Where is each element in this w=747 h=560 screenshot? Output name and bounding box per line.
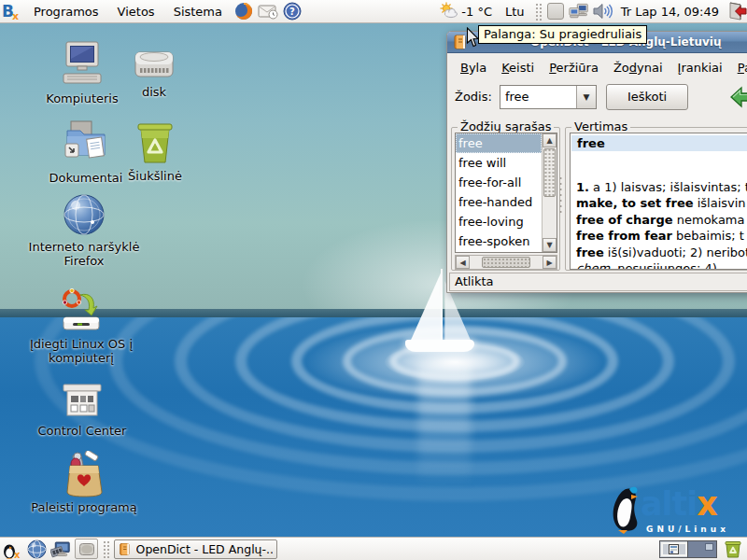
- menu-vietos[interactable]: Vietos: [108, 0, 164, 23]
- wordlist-item[interactable]: free-spoken: [456, 231, 542, 251]
- desktop-icon-siuksline[interactable]: Šiukšlinė: [90, 119, 220, 183]
- menu-programos[interactable]: Programos: [24, 0, 108, 23]
- taskbar-button-label: OpenDict - LED Anglų-...: [136, 542, 273, 556]
- wordlist-vertical-scrollbar[interactable]: ▲ ▼: [542, 133, 557, 252]
- menu-perziura[interactable]: Peržiūra: [542, 56, 606, 79]
- scroll-down-icon[interactable]: ▼: [543, 238, 557, 252]
- menu-byla[interactable]: Byla: [453, 56, 494, 79]
- scroll-right-icon[interactable]: ▶: [543, 256, 557, 269]
- desktop-icon-firefox[interactable]: Interneto naršyklė Firefox: [19, 192, 149, 268]
- scrollbar-thumb[interactable]: [482, 257, 530, 268]
- word-input[interactable]: free: [500, 86, 576, 108]
- svg-text:x: x: [12, 10, 19, 21]
- volume-icon[interactable]: [593, 1, 613, 21]
- wordlist-item[interactable]: free will: [456, 153, 542, 173]
- globe-icon: [19, 192, 149, 237]
- baltix-logo-icon[interactable]: x: [2, 539, 22, 559]
- workspace-1[interactable]: [660, 541, 688, 557]
- taskbar-opendict-button[interactable]: OpenDict - LED Anglų-...: [114, 539, 277, 559]
- bottom-panel: x: [0, 537, 747, 560]
- green-back-arrow-icon[interactable]: [730, 85, 747, 112]
- watermark-subtitle: GNU/Linux: [646, 525, 729, 534]
- desktop-icon-label: disk: [89, 85, 219, 99]
- window-statusbar: Atlikta: [449, 273, 747, 291]
- temperature-text: -1 °C: [461, 5, 498, 19]
- translation-line: free of charge nemokama: [576, 212, 747, 228]
- help-icon[interactable]: ?: [282, 1, 303, 21]
- control-center-icon: [17, 384, 148, 421]
- workspace-switcher: [659, 540, 717, 558]
- translation-group-title: Vertimas: [571, 119, 630, 133]
- wordlist-group: Žodžių sąrašas freefree willfree-for-all…: [451, 127, 560, 271]
- trash-applet-icon[interactable]: [723, 539, 743, 559]
- top-panel: B x Programos Vietos Sistema: [0, 0, 747, 23]
- watermark-brand: altix: [641, 485, 717, 523]
- translation-line: free iš(si)vaduoti; 2) neribot: [576, 245, 747, 260]
- menu-irankiai[interactable]: Įrankiai: [670, 56, 730, 79]
- search-label: Žodis:: [455, 90, 492, 104]
- weather-tooltip: Palanga: Su pragiedruliais: [478, 25, 647, 44]
- menu-zodynai[interactable]: Žodynai: [606, 56, 670, 79]
- wordlist-item[interactable]: free-loving: [456, 212, 542, 231]
- globe-icon[interactable]: [26, 539, 47, 559]
- search-row: Žodis: free ▼ Ieškoti: [447, 81, 747, 112]
- menu-sistema[interactable]: Sistema: [164, 0, 232, 23]
- sun-cloud-icon[interactable]: [439, 1, 459, 21]
- desktop-icon-label: Interneto naršyklė Firefox: [19, 240, 149, 268]
- wordlist-item[interactable]: free-for-all: [456, 173, 542, 192]
- workspace-2[interactable]: [688, 541, 716, 557]
- wordlist-horizontal-scrollbar[interactable]: ◀ ▶: [455, 255, 557, 270]
- translation-group: Vertimas free 1. a 1) laisvas; išlaisvin…: [565, 127, 747, 271]
- multimedia-icon[interactable]: [50, 539, 71, 559]
- mouse-cursor: [466, 27, 480, 50]
- trash-icon: [90, 119, 220, 166]
- wordlist-group-title: Žodžių sąrašas: [458, 119, 554, 133]
- scrollbar-thumb[interactable]: [543, 148, 556, 197]
- wordlist: freefree willfree-for-allfree-handedfree…: [455, 133, 557, 253]
- desktop-screen: altix GNU/Linux Kompiuteris: [0, 0, 747, 560]
- disk-icon: [89, 45, 219, 82]
- clock[interactable]: Tr Lap 14, 09:49: [615, 5, 725, 19]
- scroll-left-icon[interactable]: ◀: [456, 256, 470, 269]
- translation-line: free from fear bebaimis; t: [576, 228, 747, 244]
- tray-blank-icon[interactable]: [547, 3, 564, 20]
- desktop-icon-label: Control Center: [17, 424, 148, 438]
- desktop-icon-label: Šiukšlinė: [90, 169, 220, 183]
- boat-reflection: [418, 366, 471, 487]
- opendict-book-icon: [119, 542, 132, 556]
- install-os-icon: [16, 287, 147, 334]
- wordlist-item[interactable]: free-handed: [456, 192, 542, 212]
- scroll-up-icon[interactable]: ▲: [543, 133, 557, 147]
- wordlist-item[interactable]: free: [456, 133, 542, 153]
- translation-line: 1. a 1) laisvas; išlaisvintas; t: [576, 179, 747, 195]
- translation-line: make, to set free išlaisvin: [576, 195, 747, 211]
- run-program-icon: [19, 451, 149, 497]
- desktop-icon-control-center[interactable]: Control Center: [17, 384, 148, 438]
- pane-splitter-handle[interactable]: [558, 175, 564, 213]
- window-menubar: Byla Keisti Peržiūra Žodynai Įrankiai Pa…: [447, 53, 747, 81]
- mail-icon[interactable]: [258, 1, 278, 21]
- panel-drag-handle[interactable]: [102, 539, 110, 559]
- menu-pagalba[interactable]: Pagalba: [730, 56, 747, 79]
- desktop-icon-disk[interactable]: disk: [89, 45, 219, 99]
- network-computers-icon[interactable]: [569, 1, 589, 21]
- search-button[interactable]: Ieškoti: [606, 84, 688, 110]
- translation-textarea[interactable]: free 1. a 1) laisvas; išlaisvintas; tmak…: [570, 133, 747, 270]
- chevron-down-icon[interactable]: ▼: [576, 86, 596, 108]
- keyboard-layout-indicator[interactable]: Ltu: [498, 5, 532, 19]
- firefox-icon[interactable]: [233, 1, 254, 21]
- panel-drag-handle[interactable]: [534, 2, 543, 21]
- desktop-icon-install-linux[interactable]: Įdiegti Linux OS į kompiuterį: [16, 287, 147, 365]
- translation-headword: free: [571, 135, 747, 151]
- baltix-watermark: altix GNU/Linux: [609, 483, 740, 536]
- desktop-icon-run-program[interactable]: Paleisti programą: [19, 451, 149, 514]
- logout-door-icon[interactable]: [726, 1, 747, 21]
- menu-keisti[interactable]: Keisti: [494, 56, 542, 79]
- desktop-icon-label: Įdiegti Linux OS į kompiuterį: [16, 337, 147, 365]
- word-combobox[interactable]: free ▼: [500, 85, 597, 109]
- baltix-menu-logo-icon[interactable]: B x: [2, 1, 22, 21]
- opendict-window: OpenDict - LED Anglų-Lietuvių Byla Keist…: [446, 31, 747, 293]
- show-desktop-button[interactable]: [75, 539, 98, 559]
- translation-line: chem. nesusijungęs; 4): [576, 260, 747, 270]
- svg-text:?: ?: [289, 7, 295, 17]
